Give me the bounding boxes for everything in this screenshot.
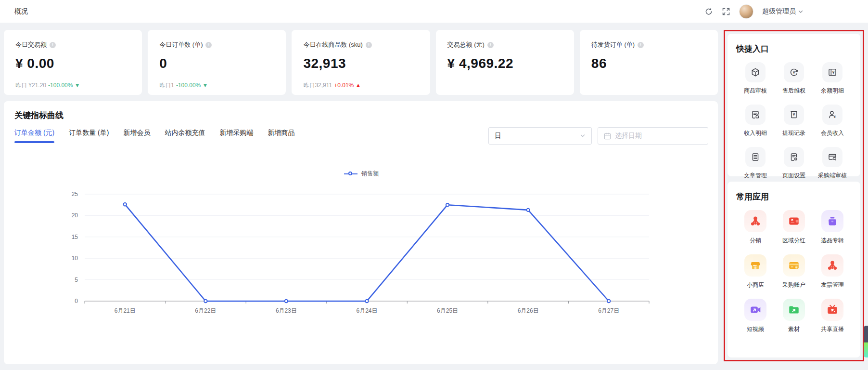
share-network-icon	[749, 215, 762, 227]
svg-text:6月23日: 6月23日	[276, 307, 297, 314]
quick-entry-grid: 商品审核 ¥ 售后维权 ¥ 余额明细	[736, 62, 852, 180]
quick-entry-item-withdraw-records[interactable]: ¥ 提现记录	[775, 105, 813, 137]
stat-title: 交易总额 (元)	[447, 40, 485, 49]
svg-text:25: 25	[72, 191, 78, 198]
svg-text:¥: ¥	[793, 112, 795, 117]
stat-value: 86	[591, 56, 706, 71]
quick-entry-panel: 快捷入口 商品审核 ¥ 售后维权	[728, 34, 860, 176]
svg-text:6月22日: 6月22日	[195, 307, 216, 314]
quick-entry-item-purchaser-review[interactable]: 采购端审核	[813, 147, 852, 180]
svg-text:6月24日: 6月24日	[356, 307, 377, 314]
common-apps-grid: 分销 区域分红	[736, 210, 852, 333]
highlighted-sidebar: 快捷入口 商品审核 ¥ 售后维权	[724, 30, 864, 361]
svg-text:5: 5	[75, 277, 78, 283]
stat-card-today-transactions: 今日交易额! ¥ 0.00 昨日 ¥21.20-100.00% ▼	[4, 30, 142, 95]
quick-entry-item-article-management[interactable]: 文章管理	[736, 147, 775, 180]
app-item-small-shop[interactable]: 小商店	[736, 254, 775, 289]
card-search-icon	[828, 152, 837, 162]
fullscreen-icon[interactable]	[722, 7, 730, 16]
tab-order-amount[interactable]: 订单金额 (元)	[14, 129, 54, 143]
shop-icon	[749, 259, 762, 272]
app-item-materials[interactable]: 素材	[775, 299, 813, 333]
stat-title: 待发货订单 (单)	[591, 40, 635, 49]
page-gear-icon	[789, 152, 799, 162]
app-item-regional-dividend[interactable]: 区域分红	[775, 210, 813, 245]
legend-line-marker-icon	[344, 171, 357, 177]
product-bag-icon	[826, 215, 839, 227]
quick-entry-item-page-settings[interactable]: 页面设置	[775, 147, 813, 180]
left-column: 今日交易额! ¥ 0.00 昨日 ¥21.20-100.00% ▼ 今日订单数 …	[4, 30, 718, 364]
info-icon[interactable]: !	[205, 42, 212, 48]
page-title: 概况	[14, 7, 28, 16]
stat-yesterday: 昨日32,911	[303, 82, 332, 89]
stat-card-online-sku: 今日在线商品数 (sku)! 32,913 昨日32,911+0.01% ▲	[292, 30, 430, 95]
app-item-shared-live[interactable]: 共享直播	[813, 299, 852, 333]
quick-entry-item-income-detail[interactable]: 收入明细	[736, 105, 775, 137]
chevron-down-icon	[580, 133, 586, 139]
quick-entry-item-member-income[interactable]: ¥ 会员收入	[813, 105, 852, 137]
share-network-icon	[826, 259, 839, 272]
svg-text:¥: ¥	[832, 70, 835, 75]
tab-new-products[interactable]: 新增商品	[268, 129, 294, 143]
date-placeholder: 选择日期	[615, 132, 642, 140]
info-icon[interactable]: !	[366, 42, 372, 48]
video-camera-icon	[749, 304, 762, 316]
info-icon[interactable]: !	[638, 42, 644, 48]
stat-yesterday: 昨日1	[159, 82, 174, 89]
stat-value: ¥ 0.00	[15, 56, 130, 71]
stat-title: 今日交易额	[15, 40, 47, 49]
stat-title: 今日订单数 (单)	[159, 40, 203, 49]
article-icon	[751, 152, 760, 162]
svg-text:6月26日: 6月26日	[518, 307, 539, 314]
svg-text:20: 20	[72, 212, 78, 219]
avatar[interactable]	[739, 4, 753, 19]
folder-arrow-icon	[788, 304, 800, 316]
svg-text:10: 10	[72, 255, 78, 262]
quick-entry-item-aftersale[interactable]: ¥ 售后维权	[775, 62, 813, 95]
chart-title: 关键指标曲线	[14, 110, 708, 121]
topbar: 概况 超级管理员	[0, 0, 868, 23]
app-item-distribution[interactable]: 分销	[736, 210, 775, 245]
svg-text:¥: ¥	[834, 115, 836, 119]
svg-text:6月27日: 6月27日	[598, 307, 619, 314]
withdraw-box-icon: ¥	[789, 110, 799, 119]
live-tv-icon	[826, 304, 839, 316]
cube-icon	[751, 67, 760, 77]
tab-balance-recharge[interactable]: 站内余额充值	[165, 129, 205, 143]
period-select[interactable]: 日	[488, 127, 592, 145]
main-content: 今日交易额! ¥ 0.00 昨日 ¥21.20-100.00% ▼ 今日订单数 …	[0, 23, 868, 364]
quick-entry-item-product-review[interactable]: 商品审核	[736, 62, 775, 95]
wallet-icon	[788, 215, 800, 227]
svg-text:¥: ¥	[793, 70, 795, 75]
stat-change: -100.00% ▼	[48, 82, 80, 89]
stat-change: -100.00% ▼	[176, 82, 208, 89]
quick-entry-item-balance-detail[interactable]: ¥ 余额明细	[813, 62, 852, 95]
stat-yesterday: 昨日 ¥21.20	[15, 82, 46, 89]
app-item-product-album[interactable]: 选品专辑	[813, 210, 852, 245]
app-item-short-video[interactable]: 短视频	[736, 299, 775, 333]
info-icon[interactable]: !	[487, 42, 494, 48]
balance-book-icon: ¥	[828, 67, 837, 77]
stat-card-today-orders: 今日订单数 (单)! 0 昨日1-100.00% ▼	[148, 30, 286, 95]
app-item-purchase-account[interactable]: 采购账户	[775, 254, 813, 289]
tab-order-count[interactable]: 订单数量 (单)	[69, 129, 109, 143]
stat-title: 今日在线商品数 (sku)	[303, 40, 363, 49]
user-menu[interactable]: 超级管理员	[762, 7, 804, 16]
sales-line-chart-svg: 05101520256月21日6月22日6月23日6月24日6月25日6月26日…	[41, 180, 681, 320]
tab-new-purchasers[interactable]: 新增采购端	[219, 129, 253, 143]
date-picker-input[interactable]: 选择日期	[598, 127, 708, 145]
refresh-icon[interactable]	[704, 7, 713, 16]
stat-value: 32,913	[303, 56, 418, 71]
kpi-chart-card: 关键指标曲线 订单金额 (元) 订单数量 (单) 新增会员 站内余额充值 新增采…	[4, 101, 718, 364]
tab-new-members[interactable]: 新增会员	[123, 129, 150, 143]
chevron-down-icon	[798, 9, 804, 14]
info-icon[interactable]: !	[50, 42, 56, 48]
income-doc-lock-icon	[751, 110, 760, 119]
edge-scroll-widget[interactable]	[864, 326, 868, 357]
refund-cycle-icon: ¥	[789, 67, 799, 77]
common-apps-panel: 常用应用 分销	[728, 182, 860, 357]
app-item-invoice-management[interactable]: 发票管理	[813, 254, 852, 289]
stat-card-row: 今日交易额! ¥ 0.00 昨日 ¥21.20-100.00% ▼ 今日订单数 …	[4, 30, 718, 95]
stat-card-total-transactions: 交易总额 (元)! ¥ 4,969.22	[436, 30, 574, 95]
chart-legend-sales[interactable]: 销售额	[14, 170, 708, 178]
